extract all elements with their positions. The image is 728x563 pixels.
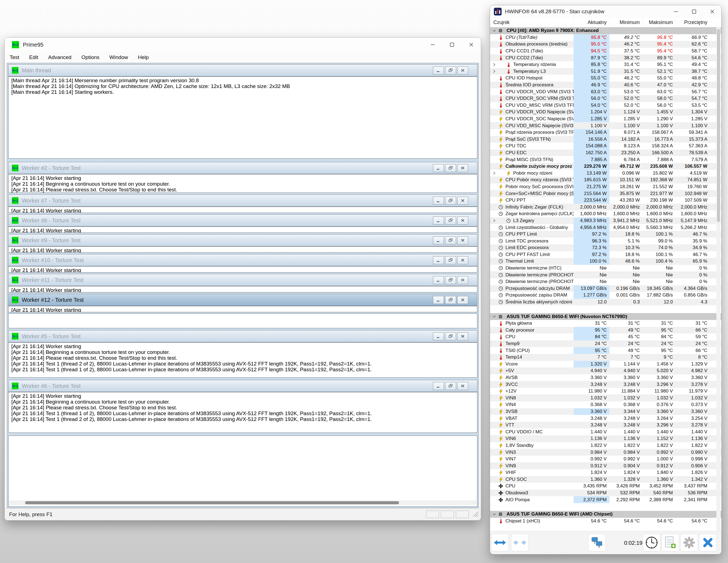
mdi-window-titlebar[interactable]: 2p-1Worker #6 - Torture Test — [8, 380, 477, 392]
minimize-icon[interactable] — [433, 236, 444, 244]
sensor-row[interactable]: Limit EDC procesora72.3 %10.3 %74.0 %34.… — [490, 244, 721, 251]
vertical-scrollbar[interactable] — [716, 27, 721, 531]
remote-monitoring-button[interactable] — [588, 534, 606, 551]
logging-button[interactable] — [662, 534, 679, 551]
close-icon[interactable] — [703, 5, 721, 18]
restore-icon[interactable] — [445, 256, 456, 264]
close-icon[interactable] — [457, 256, 468, 264]
close-icon[interactable] — [457, 164, 468, 172]
sensor-row[interactable]: Dławienie termiczne (PROCHOT CP...NieNie… — [490, 271, 721, 278]
sensor-row[interactable]: 1,8V Standby1.822 V1.822 V1.822 V1.822 V — [490, 442, 721, 449]
sensor-row[interactable]: VTT3.248 V3.248 V3.296 V3.278 V — [490, 422, 721, 429]
sensor-row[interactable]: Temp147 °C7 °C9 °C8 °C — [490, 354, 721, 361]
minimize-icon[interactable] — [667, 5, 685, 18]
sensor-row[interactable]: CPU3,435 RPM3,426 RPM3,452 RPM3,437 RPM — [490, 483, 721, 490]
close-icon[interactable] — [457, 197, 468, 205]
sensor-row[interactable]: VIN70.992 V0.992 V1.000 V0.998 V — [490, 456, 721, 463]
sensor-row[interactable]: CPU VDDCR_VDD Napięcie (SVI3 ...1.204 V1… — [490, 109, 721, 116]
sensor-row[interactable]: VIN61.136 V1.136 V1.152 V1.136 V — [490, 435, 721, 442]
mdi-window-titlebar[interactable]: 2p-1Worker #7 - Torture Test — [8, 194, 477, 206]
minimize-icon[interactable] — [433, 66, 444, 74]
maximize-icon[interactable] — [685, 5, 703, 18]
restore-icon[interactable] — [445, 276, 456, 284]
sensor-row[interactable]: Średnia liczba aktywnych rdzeni12.00.312… — [490, 299, 721, 306]
sensor-row[interactable]: Temp924 °C24 °C24 °C24 °C — [490, 341, 721, 347]
mdi-window-titlebar[interactable]: 2p-1Worker #12 - Torture Test — [8, 294, 477, 306]
menu-item-help[interactable]: Help — [138, 54, 149, 60]
collapse-chevron-icon[interactable] — [490, 29, 498, 32]
sensor-row[interactable]: VIN40.368 V0.368 V0.376 V0.373 V — [490, 401, 721, 408]
sensor-row[interactable]: Chipset 1 (xHCI)54.6 °C54.6 °C54.6 °C54.… — [490, 518, 721, 525]
close-icon[interactable] — [457, 216, 468, 224]
expand-chevron-icon[interactable] — [490, 61, 498, 68]
sensor-row[interactable]: CPU CCD2 (Tdie)87.9 °C38.2 °C89.9 °C54.6… — [490, 54, 721, 61]
sensor-row[interactable]: VHIF1.824 V1.824 V1.840 V1.826 V — [490, 469, 721, 476]
resize-grip-icon[interactable] — [472, 510, 479, 519]
sensor-row[interactable]: CPU VDD_MISC VRM (SVI3 TFN)54.0 °C52.0 °… — [490, 102, 721, 109]
sensor-row[interactable]: Obudowa3534 RPM532 RPM540 RPM536 RPM — [490, 490, 721, 497]
close-icon[interactable] — [457, 236, 468, 244]
sensor-row[interactable]: Prąd SoC (SVI3 TFN)16.556 A14.182 A16.77… — [490, 136, 721, 143]
sensor-row[interactable]: VIN90.912 V0.904 V0.912 V0.906 V — [490, 462, 721, 469]
sensor-row[interactable]: VIN30.984 V0.984 V0.992 V0.990 V — [490, 449, 721, 456]
settings-gear-button[interactable] — [680, 534, 698, 551]
sensor-row[interactable]: Vcore1.320 V1.144 V1.456 V1.329 V — [490, 361, 721, 368]
sensor-section-header[interactable]: ASUS TUF GAMING B650-E WIFI (AMD Chipset… — [490, 511, 721, 518]
sensor-row[interactable]: CPU VDDIO / MC1.440 V1.440 V1.440 V1.440… — [490, 428, 721, 435]
sensor-row[interactable]: Prąd MISC (SVI3 TFN)7.885 A6.784 A7.888 … — [490, 156, 721, 163]
sensor-row[interactable]: CPU EDC162.750 A23.250 A166.500 A78.539 … — [490, 149, 721, 156]
restore-icon[interactable] — [445, 333, 456, 341]
sensor-row[interactable]: Limit TDC procesora96.3 %5.1 %99.0 %35.9… — [490, 237, 721, 244]
close-icon[interactable] — [457, 276, 468, 284]
sensor-row[interactable]: 3VCC3.248 V3.248 V3.296 V3.278 V — [490, 381, 721, 388]
minimize-icon[interactable] — [433, 164, 444, 172]
sensor-row[interactable]: AIO Pompa2,372 RPM2,292 RPM2,389 RPM2,34… — [490, 496, 721, 503]
collapse-chevron-icon[interactable] — [490, 315, 498, 318]
menu-item-window[interactable]: Window — [109, 54, 128, 60]
expand-chevron-icon[interactable] — [490, 217, 498, 224]
mdi-window-titlebar[interactable]: 2p-1Worker #9 - Torture Test — [8, 234, 477, 246]
sensor-row[interactable]: Obudowa procesora (średnia)95.0 °C46.2 °… — [490, 41, 721, 48]
expand-chevron-icon[interactable] — [490, 68, 498, 75]
mdi-window-titlebar[interactable]: 2p-1Worker #10 - Torture Test — [8, 254, 477, 266]
minimize-icon[interactable] — [433, 276, 444, 284]
sensor-row[interactable]: CPU VDD_MISC Napięcie (SVI3 TFN)1.100 V1… — [490, 122, 721, 129]
minimize-icon[interactable] — [433, 382, 444, 390]
sensor-row[interactable]: Przepustowość odczytu DRAM13.097 GB/s0.1… — [490, 285, 721, 292]
prime95-titlebar[interactable]: 2p-1 Prime95 — [5, 37, 481, 52]
sensor-row[interactable]: Limit częstotliwości - Globalny4,956.4 M… — [490, 224, 721, 231]
sensor-row[interactable]: CPU (Tctl/Tdie)95.8 °C49.2 °C95.8 °C66.9… — [490, 34, 721, 41]
clock-button[interactable] — [643, 534, 660, 551]
sensor-row[interactable]: CPU PPT FAST Limit97.2 %18.8 %100.1 %46.… — [490, 251, 721, 258]
sensor-row[interactable]: CPU SOC1.360 V1.328 V1.360 V1.342 V — [490, 476, 721, 483]
restore-icon[interactable] — [445, 296, 456, 304]
menu-item-edit[interactable]: Edit — [29, 54, 38, 60]
column-header-minimum[interactable]: Minimum — [609, 18, 643, 27]
column-header-przecietny[interactable]: Przeciętny — [676, 18, 710, 27]
sensor-row[interactable]: CPU VDDCR_SOC Napięcie (SVI3 T...1.285 V… — [490, 116, 721, 122]
sensor-row[interactable]: Infinity Fabric Zegar (FCLK)2,000.0 MHz2… — [490, 203, 721, 210]
sensor-row[interactable]: CPU VDDCR_SOC VRM (SVI3 TFN)56.0 °C52.0 … — [490, 95, 721, 102]
sensor-row[interactable]: Średnia IOD procesora46.9 °C40.6 °C47.0 … — [490, 82, 721, 88]
sensor-row[interactable]: Całkowite zużycie mocy przez ...229.276 … — [490, 163, 721, 170]
sensor-row[interactable]: AVSB3.360 V3.360 V3.360 V3.360 V — [490, 374, 721, 381]
close-icon[interactable] — [457, 333, 468, 341]
sensor-row[interactable]: CPU Pobór mocy rdzenia (SVI3 TFN)185.615… — [490, 176, 721, 183]
mdi-window-titlebar[interactable]: 2p-1Worker #2 - Torture Test — [8, 162, 477, 174]
sensor-row[interactable]: CPU PPT Limit97.2 %18.8 %100.1 %46.7 % — [490, 231, 721, 238]
sensor-row[interactable]: Pobór mocy rdzeni13.149 W0.096 W15.802 W… — [490, 170, 721, 176]
column-header-maksimum[interactable]: Maksimum — [643, 18, 676, 27]
close-icon[interactable] — [457, 382, 468, 390]
hwinfo-titlebar[interactable]: HWiNFO® 64 v8.28-5770 - Stan czujników — [490, 5, 721, 18]
minimize-icon[interactable] — [433, 216, 444, 224]
minimize-icon[interactable] — [433, 256, 444, 264]
sensor-row[interactable]: CPU TDC154.088 A8.123 A158.324 A57.363 A — [490, 143, 721, 149]
restore-icon[interactable] — [445, 66, 456, 74]
menu-item-options[interactable]: Options — [81, 54, 99, 60]
expand-chevron-icon[interactable] — [490, 170, 498, 176]
restore-icon[interactable] — [445, 236, 456, 244]
sensor-row[interactable]: CPU PPT223.544 W43.283 W230.198 W107.509… — [490, 197, 721, 204]
sensor-row[interactable]: Pobór mocy SoC procesora (SVI3 ...21.275… — [490, 183, 721, 190]
horizontal-scrollbar[interactable] — [9, 500, 477, 505]
menu-item-advanced[interactable]: Advanced — [48, 54, 72, 60]
